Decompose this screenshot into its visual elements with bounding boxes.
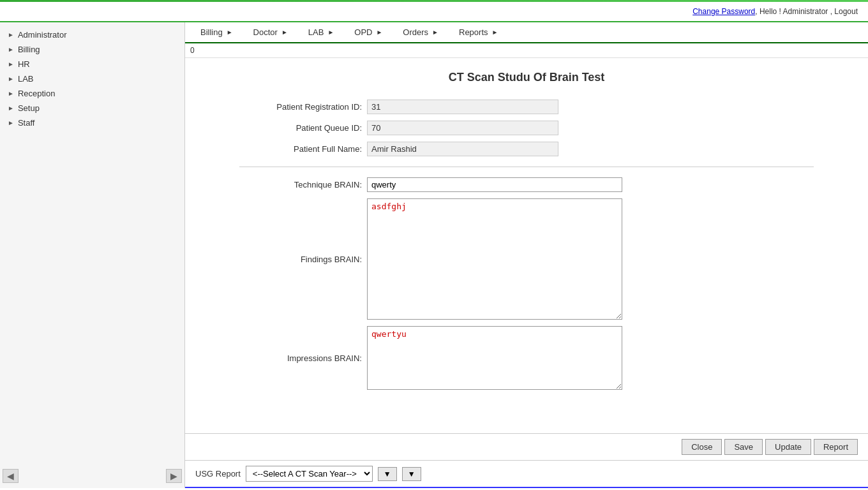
nav-arrow-icon: ► xyxy=(327,29,334,36)
page-title: CT Scan Studu Of Brain Test xyxy=(198,71,855,84)
usg-prev-btn[interactable]: ▼ xyxy=(378,467,397,481)
nav-arrow-icon: ► xyxy=(492,29,498,36)
patient-queue-id-row: Patient Queue ID: xyxy=(239,121,814,135)
nav-billing[interactable]: Billing ► xyxy=(190,22,243,42)
patient-reg-id-row: Patient Registration ID: xyxy=(239,100,814,114)
patient-queue-id-input[interactable] xyxy=(367,121,558,135)
nav-opd[interactable]: OPD ► xyxy=(344,22,393,42)
sidebar-item-administrator[interactable]: ► Administrator xyxy=(0,27,184,42)
sidebar-item-staff[interactable]: ► Staff xyxy=(0,115,184,130)
sidebar-item-hr[interactable]: ► HR xyxy=(0,57,184,71)
sidebar-item-lab[interactable]: ► LAB xyxy=(0,71,184,86)
findings-brain-label: Findings BRAIN: xyxy=(239,255,367,264)
sidebar-label-lab: LAB xyxy=(18,74,34,84)
sidebar-label-hr: HR xyxy=(18,59,30,69)
impressions-brain-label: Impressions BRAIN: xyxy=(239,353,367,363)
save-button[interactable]: Save xyxy=(724,439,763,455)
nav-doctor[interactable]: Doctor ► xyxy=(243,22,298,42)
change-password-link[interactable]: Change Password xyxy=(692,7,755,16)
nav-arrow-icon: ► xyxy=(432,29,438,36)
arrow-icon: ► xyxy=(8,31,14,38)
sidebar-label-staff: Staff xyxy=(18,118,35,128)
arrow-icon: ► xyxy=(8,90,14,97)
findings-brain-row: Findings BRAIN: xyxy=(239,198,814,320)
findings-brain-textarea[interactable] xyxy=(367,198,622,320)
arrow-icon: ► xyxy=(8,105,14,112)
collapse-left-btn[interactable]: ◀ xyxy=(3,469,19,483)
sidebar-item-setup[interactable]: ► Setup xyxy=(0,101,184,115)
top-bar: Change Password, Hello ! Administrator ,… xyxy=(0,2,868,22)
arrow-icon: ► xyxy=(8,61,14,68)
sidebar-item-billing[interactable]: ► Billing xyxy=(0,42,184,57)
nav-arrow-icon: ► xyxy=(376,29,382,36)
impressions-brain-textarea[interactable] xyxy=(367,326,622,390)
sidebar-label-administrator: Administrator xyxy=(18,30,67,40)
sidebar-label-billing: Billing xyxy=(18,45,40,54)
arrow-icon: ► xyxy=(8,75,14,82)
sidebar-label-reception: Reception xyxy=(18,89,56,98)
form-section: Patient Registration ID: Patient Queue I… xyxy=(239,100,814,390)
btn-footer: Close Save Update Report xyxy=(185,433,868,461)
content-area: CT Scan Studu Of Brain Test Patient Regi… xyxy=(185,58,868,433)
navbar: Billing ► Doctor ► LAB ► OPD ► Orders ► … xyxy=(185,22,868,43)
nav-lab[interactable]: LAB ► xyxy=(298,22,344,42)
usg-report-label: USG Report xyxy=(195,469,241,479)
update-button[interactable]: Update xyxy=(765,439,811,455)
arrow-icon: ► xyxy=(8,46,14,53)
patient-reg-id-label: Patient Registration ID: xyxy=(239,102,367,112)
impressions-brain-row: Impressions BRAIN: xyxy=(239,326,814,390)
nav-arrow-icon: ► xyxy=(281,29,288,36)
main-content: Billing ► Doctor ► LAB ► OPD ► Orders ► … xyxy=(185,22,868,488)
report-button[interactable]: Report xyxy=(814,439,858,455)
patient-reg-id-input[interactable] xyxy=(367,100,558,114)
collapse-right-btn[interactable]: ▶ xyxy=(166,469,182,483)
patient-queue-id-label: Patient Queue ID: xyxy=(239,123,367,133)
technique-brain-label: Technique BRAIN: xyxy=(239,180,367,189)
technique-brain-input[interactable] xyxy=(367,177,622,192)
usg-report-row: USG Report <--Select A CT Scan Year--> ▼… xyxy=(185,461,868,488)
patient-full-name-input[interactable] xyxy=(367,142,558,156)
close-button[interactable]: Close xyxy=(682,439,722,455)
patient-full-name-row: Patient Full Name: xyxy=(239,142,814,156)
patient-full-name-label: Patient Full Name: xyxy=(239,144,367,154)
usg-report-select[interactable]: <--Select A CT Scan Year--> xyxy=(246,466,373,482)
page-number: 0 xyxy=(185,43,868,58)
sidebar-collapse-controls: ◀ ▶ xyxy=(0,469,184,483)
nav-orders[interactable]: Orders ► xyxy=(393,22,449,42)
usg-next-btn[interactable]: ▼ xyxy=(402,467,421,481)
sidebar-label-setup: Setup xyxy=(18,103,40,113)
arrow-icon: ► xyxy=(8,119,14,126)
sidebar-item-reception[interactable]: ► Reception xyxy=(0,86,184,101)
nav-reports[interactable]: Reports ► xyxy=(449,22,508,42)
nav-arrow-icon: ► xyxy=(227,29,233,36)
hello-text: Hello ! Administrator , Logout xyxy=(760,7,858,16)
technique-brain-row: Technique BRAIN: xyxy=(239,177,814,192)
sidebar: ► Administrator ► Billing ► HR ► LAB ► R… xyxy=(0,22,185,488)
